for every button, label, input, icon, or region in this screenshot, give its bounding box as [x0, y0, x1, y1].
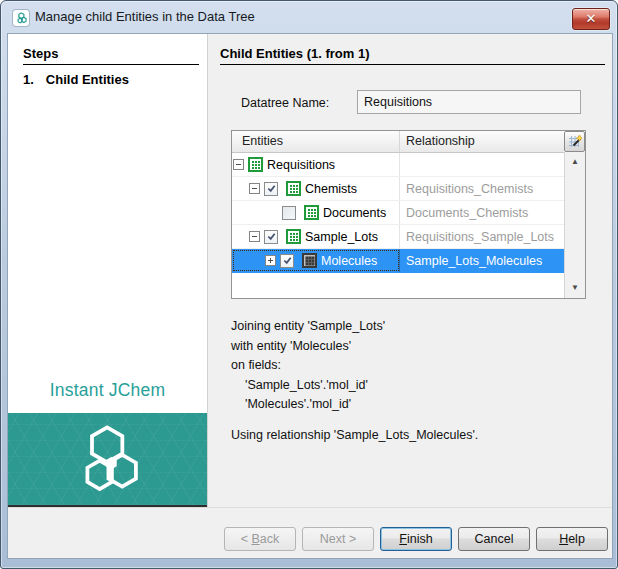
help-button[interactable]: Help: [536, 527, 608, 551]
table-header: Entities Relationship: [232, 131, 564, 153]
entity-table-icon: [286, 229, 301, 244]
description-line: Joining entity 'Sample_Lots': [231, 317, 478, 337]
column-header-entities[interactable]: Entities: [232, 131, 400, 152]
table-row[interactable]: Chemists Requisitions_Chemists: [232, 177, 564, 201]
relationship-cell: Sample_Lots_Molecules: [400, 249, 564, 272]
steps-header: Steps: [23, 46, 58, 61]
finish-button[interactable]: Finish: [380, 527, 452, 551]
cancel-button[interactable]: Cancel: [458, 527, 530, 551]
back-button[interactable]: < Back: [224, 527, 296, 551]
description-line: Using relationship 'Sample_Lots_Molecule…: [231, 426, 478, 446]
entity-label: Documents: [323, 206, 386, 220]
brand-name: Instant JChem: [8, 380, 207, 401]
relationship-cell: Requisitions_Sample_Lots: [400, 225, 564, 248]
entity-cell: Sample_Lots: [232, 225, 400, 248]
collapse-minus-icon[interactable]: [233, 159, 244, 170]
step-label: Child Entities: [46, 72, 129, 87]
entity-checkbox-checked[interactable]: [280, 254, 294, 268]
entity-label: Chemists: [305, 182, 357, 196]
entity-checkbox-unchecked[interactable]: [282, 206, 296, 220]
entity-checkbox-checked[interactable]: [264, 230, 278, 244]
main-panel: Child Entities (1. from 1) Datatree Name…: [209, 34, 612, 507]
dialog-window: Manage child Entities in the Data Tree ✕…: [0, 0, 618, 569]
entity-cell: Chemists: [232, 177, 400, 200]
header-divider: [220, 64, 605, 65]
entity-label: Requisitions: [267, 158, 335, 172]
entity-label: Sample_Lots: [305, 230, 378, 244]
entity-table-icon: [302, 253, 317, 268]
datatree-name-input[interactable]: [357, 90, 581, 114]
datatree-name-label: Datatree Name:: [241, 96, 329, 110]
entity-table-icon: [304, 205, 319, 220]
table-body: Requisitions: [232, 153, 564, 298]
description-line: 'Molecules'.'mol_id': [231, 395, 478, 415]
table-row[interactable]: Requisitions: [232, 153, 564, 177]
next-button[interactable]: Next >: [302, 527, 374, 551]
description-line: with entity 'Molecules': [231, 337, 478, 357]
entity-cell: Molecules: [232, 249, 400, 272]
join-description: Joining entity 'Sample_Lots' with entity…: [231, 317, 478, 445]
entity-cell: Documents: [232, 201, 400, 224]
table-row-selected[interactable]: Molecules Sample_Lots_Molecules: [232, 249, 564, 273]
hexagon-logo-icon: [68, 424, 148, 494]
entity-table-icon: [286, 181, 301, 196]
entities-tree-table: Entities Relationship: [231, 130, 586, 299]
app-hexagon-icon: [13, 10, 29, 26]
entity-checkbox-checked[interactable]: [264, 182, 278, 196]
description-line: on fields:: [231, 356, 478, 376]
entity-label: Molecules: [321, 254, 377, 268]
table-wand-icon: [568, 135, 582, 149]
close-button[interactable]: ✕: [572, 8, 610, 30]
relationship-cell: Documents_Chemists: [400, 201, 564, 224]
table-row[interactable]: Documents Documents_Chemists: [232, 201, 564, 225]
column-header-relationship[interactable]: Relationship: [400, 131, 564, 152]
step-item-child-entities: 1. Child Entities: [23, 72, 129, 87]
steps-panel: Steps 1. Child Entities Instant JChem: [8, 34, 208, 507]
table-row[interactable]: Sample_Lots Requisitions_Sample_Lots: [232, 225, 564, 249]
column-customizer-button[interactable]: [564, 131, 585, 152]
entity-table-icon: [248, 157, 263, 172]
button-bar: < Back Next > Finish Cancel Help: [8, 507, 612, 558]
step-number: 1.: [23, 72, 34, 87]
brand-banner: [8, 413, 207, 507]
entity-cell: Requisitions: [232, 153, 400, 176]
title-bar: Manage child Entities in the Data Tree ✕: [1, 1, 617, 34]
collapse-minus-icon[interactable]: [249, 231, 260, 242]
page-title: Child Entities (1. from 1): [220, 46, 370, 61]
relationship-cell: Requisitions_Chemists: [400, 177, 564, 200]
scroll-up-icon[interactable]: ▲: [565, 154, 585, 170]
vertical-scrollbar[interactable]: ▲ ▼: [564, 152, 585, 298]
expand-plus-icon[interactable]: [265, 255, 276, 266]
scroll-down-icon[interactable]: ▼: [565, 280, 585, 296]
dialog-content: Steps 1. Child Entities Instant JChem Ch…: [8, 34, 612, 558]
description-line: 'Sample_Lots'.'mol_id': [231, 376, 478, 396]
collapse-minus-icon[interactable]: [249, 183, 260, 194]
steps-divider: [23, 64, 199, 65]
relationship-cell: [400, 153, 564, 176]
window-title: Manage child Entities in the Data Tree: [35, 1, 255, 34]
